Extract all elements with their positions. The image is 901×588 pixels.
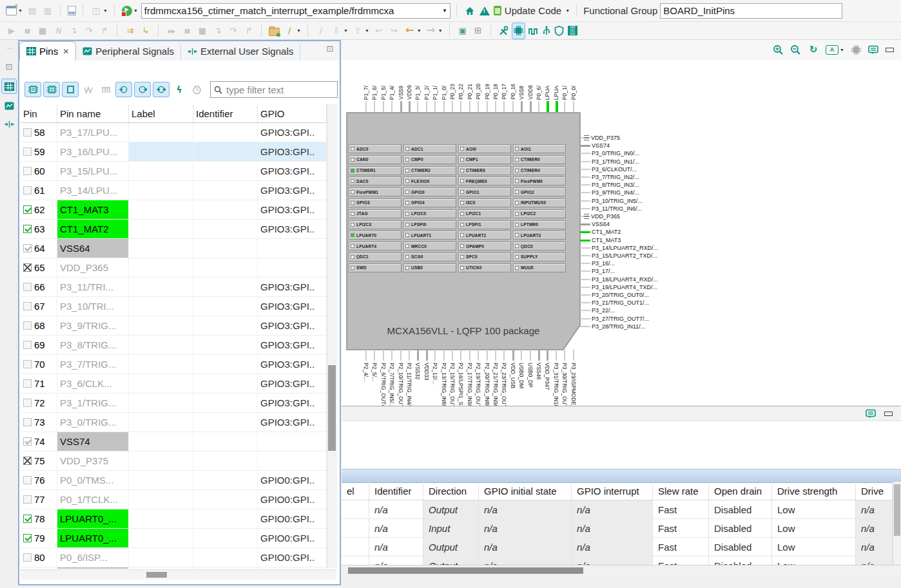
bottom-pin-label[interactable]: P2_12/... <box>431 363 440 406</box>
pin-gpio-cell[interactable]: GPIO3:GPI.. <box>258 316 327 335</box>
routed-pin-cell[interactable]: Fast <box>653 538 709 556</box>
chevron-down-icon[interactable]: ▼ <box>18 8 23 13</box>
peripheral-block[interactable]: SCG0 <box>403 252 456 261</box>
right-pin-label[interactable]: VDD_P375 <box>584 134 620 142</box>
routed-column-header[interactable]: Drive <box>856 482 893 500</box>
peripheral-block[interactable]: LPI2C2 <box>513 209 566 218</box>
right-pin-label[interactable]: P3_11/TRIG_IN6/... <box>592 205 642 213</box>
peripheral-block[interactable]: GPIO3 <box>349 198 402 207</box>
minimize-button[interactable] <box>884 406 893 421</box>
peripheral-block[interactable]: CTIMER3 <box>458 166 511 175</box>
pin-row[interactable]: 69P3_8/TRIG...GPIO3:GPI.. <box>21 336 327 355</box>
scrollbar-thumb[interactable] <box>894 484 900 536</box>
pin-label-cell[interactable] <box>129 548 193 567</box>
pin-identifier-cell[interactable] <box>193 220 258 238</box>
bottom-pin-label[interactable]: P2_7/TRIG_IN5/... <box>387 363 396 406</box>
resume-all-button[interactable] <box>165 23 178 39</box>
scrollbar-thumb[interactable] <box>328 365 336 451</box>
peripheral-block[interactable]: QDC0 <box>513 242 566 251</box>
pin-identifier-cell[interactable] <box>193 239 258 258</box>
routed-pin-cell[interactable]: Disabled <box>709 538 772 556</box>
routed-pin-cell[interactable]: Low <box>772 519 856 537</box>
pin-row[interactable]: 62CT1_MAT3GPIO3:GPI.. <box>21 200 327 220</box>
right-pin-label[interactable]: P3_17/... <box>592 267 615 275</box>
pin-gpio-cell[interactable]: GPIO0:GPI.. <box>258 471 327 489</box>
routed-pin-row[interactable]: n/aOutputn/an/aFastDisabledLown/a <box>342 500 893 519</box>
top-pin-label[interactable]: P1_7/ <box>362 75 371 100</box>
bottom-pin-label[interactable]: P2_23/TRIG_OUT5/... <box>499 363 509 406</box>
pin-name-cell[interactable]: P0_1/TCLK... <box>57 490 129 509</box>
pin-identifier-cell[interactable] <box>193 394 258 412</box>
pin-checkbox[interactable] <box>23 147 32 156</box>
filter-search-box[interactable] <box>210 81 338 98</box>
top-pin-label[interactable]: P0_0/ <box>569 75 578 100</box>
show-execution-button[interactable] <box>124 23 137 39</box>
pin-label-cell[interactable] <box>129 529 193 547</box>
peripheral-block[interactable]: CTIMER1 <box>349 166 402 175</box>
right-pin-label[interactable]: P3_7/TRIG_IN2/... <box>592 173 639 181</box>
package-view-toggle-1-button[interactable] <box>24 82 41 97</box>
pin-checkbox[interactable] <box>23 495 32 504</box>
top-pin-label[interactable]: P1_0/ <box>440 75 449 100</box>
redo-button[interactable] <box>388 23 401 39</box>
pin-checkbox[interactable] <box>23 379 32 388</box>
peripheral-block[interactable]: FlexPWM0 <box>513 176 566 185</box>
routed-pin-cell[interactable]: n/a <box>479 519 572 537</box>
top-pin-label[interactable]: P0_21 <box>465 75 474 100</box>
chip-gray-button[interactable] <box>850 43 862 58</box>
top-pin-label[interactable]: P1_5/ <box>379 75 388 100</box>
bottom-pin-label[interactable]: VDD_P347 <box>543 363 552 406</box>
step-over-button[interactable] <box>82 23 95 39</box>
pin-row[interactable]: 71P3_6/CLK...GPIO3:GPI.. <box>21 374 327 394</box>
pin-identifier-cell[interactable] <box>193 162 258 180</box>
peripheral-block[interactable]: CTIMER0 <box>513 155 566 164</box>
wave-rows-button[interactable] <box>81 82 96 97</box>
routed-pin-cell[interactable]: Low <box>772 500 856 518</box>
top-pin-label[interactable]: P0_20 <box>474 75 483 100</box>
routed-pin-cell[interactable]: n/a <box>572 556 653 565</box>
peripheral-block[interactable]: LPSPI0 <box>403 220 456 229</box>
pin-checkbox[interactable] <box>23 225 32 233</box>
pin-name-cell[interactable]: P3_17/LPU... <box>57 123 129 142</box>
chevron-down-icon[interactable]: ▼ <box>840 48 844 52</box>
bottom-pin-label[interactable]: P2_4/... <box>362 363 371 406</box>
pin-row[interactable]: 79LPUART0_...GPIO0:GPI.. <box>21 529 327 548</box>
top-pin-label[interactable]: P0_22 <box>456 75 465 100</box>
pin-row[interactable]: 72P3_1/TRIG...GPIO3:GPI.. <box>21 394 327 413</box>
pin-label-cell[interactable] <box>129 471 193 489</box>
pin-dir-inout-button[interactable] <box>153 82 170 97</box>
pins-view-button[interactable] <box>1 79 17 94</box>
peripheral-block[interactable]: AOI1 <box>513 144 566 153</box>
peripheral-block[interactable]: GPIO0 <box>403 187 456 196</box>
new-window-button[interactable] <box>472 23 485 39</box>
problems-button[interactable] <box>479 3 490 19</box>
pin-gpio-cell[interactable] <box>258 239 327 258</box>
pin-label-cell[interactable] <box>129 394 193 412</box>
routed-pin-cell[interactable]: n/a <box>856 519 893 537</box>
pin-editor-button[interactable] <box>456 23 469 39</box>
save-button[interactable] <box>26 3 39 19</box>
bottom-pin-label[interactable]: P3_31/TRIG_IN10/... <box>552 363 561 406</box>
column-header-identifier[interactable]: Identifier <box>193 104 258 122</box>
chevron-down-icon[interactable]: ▼ <box>438 28 443 33</box>
pin-name-cell[interactable]: P3_11/TRI... <box>57 278 129 296</box>
pin-gpio-cell[interactable]: GPIO0:GPI.. <box>258 548 327 567</box>
chevron-down-icon[interactable]: ▼ <box>133 8 138 13</box>
package-view-toggle-3-button[interactable] <box>62 82 79 97</box>
pin-identifier-cell[interactable] <box>193 490 258 509</box>
peripheral-block[interactable]: INPUTMUX0 <box>513 198 566 207</box>
pin-row[interactable]: 59P3_16/LPU...GPIO3:GPI.. <box>21 142 327 162</box>
pause-all-button[interactable] <box>180 23 193 39</box>
step-return-button[interactable] <box>98 23 111 39</box>
zoom-out-button[interactable] <box>790 43 802 58</box>
pin-checkbox[interactable] <box>23 341 32 349</box>
peripheral-block[interactable]: LPSPI1 <box>458 220 511 229</box>
top-pin-label[interactable]: VSS8 <box>517 75 526 100</box>
right-pin-label[interactable]: P3_10/TRIG_IN5/... <box>592 197 643 205</box>
annotate-button[interactable] <box>315 23 327 39</box>
peripheral-block[interactable]: DAC0 <box>349 176 402 185</box>
bottom-pin-label[interactable]: VSS46 <box>534 363 543 406</box>
peripheral-block[interactable]: GPIO4 <box>403 198 456 207</box>
routed-pin-cell[interactable]: Fast <box>653 519 709 537</box>
home-button[interactable] <box>463 3 476 19</box>
